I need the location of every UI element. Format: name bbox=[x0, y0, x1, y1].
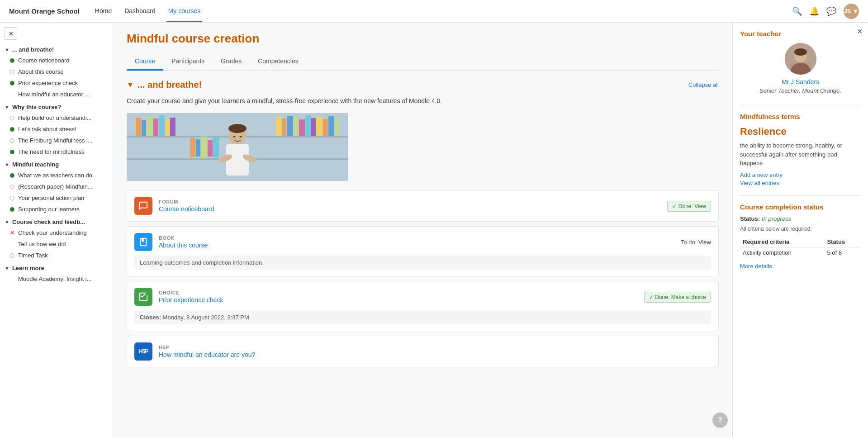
sidebar-item-help-build[interactable]: Help build our understandi... bbox=[0, 112, 113, 124]
activity-info-forum: FORUM Course noticeboard bbox=[159, 199, 661, 213]
completion-section-label: Course completion status bbox=[740, 203, 861, 211]
sidebar-item-label: How mindful an educator ... bbox=[18, 91, 90, 98]
teacher-avatar-image bbox=[785, 43, 816, 75]
more-details-link[interactable]: More details bbox=[740, 263, 772, 270]
view-book-link[interactable]: View bbox=[698, 239, 711, 246]
svg-rect-3 bbox=[136, 118, 141, 136]
activity-info-book: BOOK About this course bbox=[159, 235, 674, 249]
sidebar-item-research-paper[interactable]: (Research paper) Mindfuln... bbox=[0, 181, 113, 192]
status-done-choice[interactable]: ✓ Done: Make a choice bbox=[644, 292, 711, 303]
teacher-name[interactable]: Mr J Sanders bbox=[740, 78, 861, 86]
sidebar-item-how-mindful[interactable]: How mindful an educator ... bbox=[0, 89, 113, 100]
svg-rect-19 bbox=[299, 119, 305, 136]
status-dot-empty bbox=[10, 185, 14, 189]
status-dot-empty bbox=[10, 138, 14, 143]
status-dot-empty bbox=[10, 253, 14, 258]
help-button[interactable]: ? bbox=[712, 413, 728, 428]
activity-status-book: To do: View bbox=[681, 239, 711, 246]
user-avatar[interactable]: JS ▼ bbox=[844, 4, 859, 19]
sidebar-section-mindful-teaching[interactable]: ▼ Mindful teaching bbox=[0, 157, 113, 170]
criteria-row-status: 5 of 8 bbox=[824, 247, 861, 258]
activity-name-h5p[interactable]: How mindful an educator are you? bbox=[159, 351, 711, 358]
course-description: Create your course and give your learner… bbox=[127, 96, 719, 106]
criteria-table: Required criteria Status Activity comple… bbox=[740, 237, 861, 258]
activity-type-choice: CHOICE bbox=[159, 290, 638, 295]
sidebar-item-label: (Research paper) Mindfuln... bbox=[18, 183, 93, 190]
svg-rect-11 bbox=[196, 139, 200, 157]
activity-type-book: BOOK bbox=[159, 235, 674, 241]
sidebar-item-label: Let's talk about stress! bbox=[18, 126, 76, 133]
top-nav: Mount Orange School Home Dashboard My co… bbox=[0, 0, 868, 23]
criteria-row-criteria: Activity completion bbox=[740, 247, 824, 258]
svg-rect-8 bbox=[165, 119, 170, 136]
sidebar-section-course-check-label: Course check and feedb... bbox=[12, 218, 85, 225]
status-dot-green bbox=[10, 150, 14, 154]
nav-my-courses[interactable]: My courses bbox=[166, 0, 203, 22]
status-dot-green bbox=[10, 58, 14, 63]
svg-rect-15 bbox=[276, 117, 281, 136]
activity-card-choice: CHOICE Prior experience check ✓ Done: Ma… bbox=[127, 281, 719, 331]
activity-name-choice[interactable]: Prior experience check bbox=[159, 296, 638, 304]
activity-header-book: BOOK About this course To do: View bbox=[134, 233, 711, 251]
tab-course[interactable]: Course bbox=[127, 53, 163, 71]
completion-section: Course completion status Status: In prog… bbox=[740, 203, 861, 270]
sidebar-section-breathe[interactable]: ▼ ... and breathe! bbox=[0, 43, 113, 55]
svg-rect-21 bbox=[311, 118, 316, 136]
chevron-down-icon: ▼ bbox=[127, 81, 134, 89]
sidebar-item-need-mindfulness[interactable]: The need for mindfulness bbox=[0, 146, 113, 157]
tab-competencies[interactable]: Competencies bbox=[250, 53, 307, 71]
sidebar-item-course-noticeboard[interactable]: Course noticeboard bbox=[0, 55, 113, 66]
status-todo-book: To do: View bbox=[681, 239, 711, 246]
bell-icon[interactable]: 🔔 bbox=[809, 6, 819, 16]
sidebar-item-teachers-can-do[interactable]: What we as teachers can do bbox=[0, 170, 113, 181]
tab-grades[interactable]: Grades bbox=[213, 53, 250, 71]
view-all-entries-link[interactable]: View all entries bbox=[740, 180, 861, 186]
search-icon[interactable]: 🔍 bbox=[792, 6, 802, 16]
add-new-entry-link[interactable]: Add a new entry bbox=[740, 171, 861, 178]
section-header: ▼ ... and breathe! Collapse all bbox=[127, 80, 719, 90]
view-forum-link[interactable]: View bbox=[694, 203, 706, 209]
svg-rect-16 bbox=[282, 119, 286, 136]
svg-point-35 bbox=[794, 48, 807, 56]
activity-name-book[interactable]: About this course bbox=[159, 242, 674, 249]
course-tabs: Course Participants Grades Competencies bbox=[127, 53, 719, 71]
teacher-section-label: Your teacher bbox=[740, 30, 861, 38]
svg-rect-7 bbox=[159, 115, 165, 136]
status-dot-empty bbox=[10, 196, 14, 200]
make-choice-link[interactable]: Make a choice bbox=[671, 294, 706, 300]
activity-card-book: BOOK About this course To do: View Learn… bbox=[127, 226, 719, 276]
sidebar-item-label: Supporting our learners bbox=[18, 206, 80, 213]
sidebar-item-about-course[interactable]: About this course bbox=[0, 66, 113, 77]
course-title: Mindful course creation bbox=[127, 32, 719, 46]
sidebar-item-action-plan[interactable]: Your personal action plan bbox=[0, 192, 113, 204]
chevron-down-icon: ▼ bbox=[5, 266, 9, 271]
right-sidebar-close-button[interactable]: ✕ bbox=[857, 27, 863, 36]
sidebar-item-moodle-academy[interactable]: Moodle Academy: Insight i... bbox=[0, 273, 113, 285]
sidebar-item-tell-us[interactable]: Tell us how we did bbox=[0, 238, 113, 250]
sidebar-item-supporting-learners[interactable]: Supporting our learners bbox=[0, 204, 113, 215]
nav-right: 🔍 🔔 💬 JS ▼ bbox=[792, 4, 859, 19]
sidebar-item-timed-task[interactable]: Timed Task bbox=[0, 250, 113, 261]
mindfulness-term: Reslience bbox=[740, 126, 861, 138]
svg-rect-25 bbox=[335, 119, 339, 136]
chat-icon[interactable]: 💬 bbox=[826, 6, 836, 16]
sidebar-item-label: The Freiburg Mindfulness i... bbox=[18, 137, 93, 144]
sidebar-close-button[interactable]: ✕ bbox=[5, 27, 17, 40]
hero-image-svg bbox=[127, 113, 348, 181]
status-dot-green bbox=[10, 173, 14, 178]
nav-dashboard[interactable]: Dashboard bbox=[123, 0, 157, 22]
sidebar-section-course-check[interactable]: ▼ Course check and feedb... bbox=[0, 215, 113, 227]
collapse-all-button[interactable]: Collapse all bbox=[688, 81, 719, 88]
mindfulness-section-label: Mindfulness terms bbox=[740, 113, 861, 120]
sidebar-item-prior-experience[interactable]: Prior experience check bbox=[0, 77, 113, 89]
activity-name-forum[interactable]: Course noticeboard bbox=[159, 205, 661, 213]
tab-participants[interactable]: Participants bbox=[163, 53, 213, 71]
forum-icon bbox=[134, 197, 152, 215]
sidebar-item-check-understanding[interactable]: ✕ Check your understanding bbox=[0, 227, 113, 238]
nav-home[interactable]: Home bbox=[93, 0, 114, 22]
sidebar-item-freiburg[interactable]: The Freiburg Mindfulness i... bbox=[0, 135, 113, 146]
sidebar-section-why[interactable]: ▼ Why this course? bbox=[0, 100, 113, 112]
status-done-forum[interactable]: ✓ Done: View bbox=[667, 201, 711, 212]
sidebar-section-learn-more[interactable]: ▼ Learn more bbox=[0, 261, 113, 273]
sidebar-item-talk-stress[interactable]: Let's talk about stress! bbox=[0, 124, 113, 135]
